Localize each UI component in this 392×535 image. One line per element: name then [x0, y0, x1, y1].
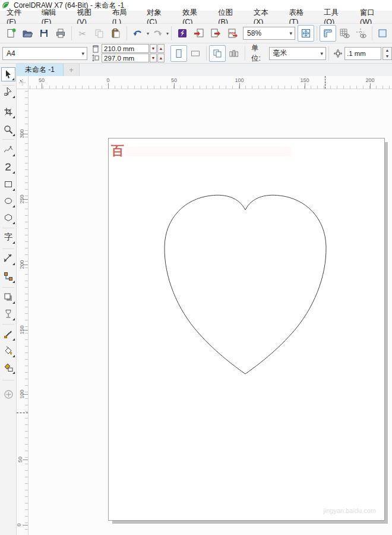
add-tools-button[interactable] — [1, 387, 15, 401]
document-page[interactable]: 百 jingyan.baidu.com — [108, 138, 385, 521]
ruler-label: 100 — [235, 77, 244, 83]
shape-icon — [4, 87, 13, 96]
text-tool[interactable]: 字 — [1, 230, 15, 244]
cut-button[interactable]: ✂ — [74, 25, 91, 42]
zoom-tool[interactable] — [1, 122, 15, 137]
new-document-button[interactable] — [2, 25, 19, 42]
artistic-media-tool[interactable] — [1, 160, 15, 174]
export-button[interactable] — [207, 25, 224, 42]
heart-shape[interactable] — [109, 139, 384, 520]
ruler-origin-icon — [19, 79, 26, 86]
landscape-orientation-button[interactable] — [187, 45, 204, 62]
ruler-label: 0 — [16, 523, 22, 526]
page-height-increase-button[interactable]: ▲ — [157, 54, 165, 62]
freehand-tool[interactable] — [1, 143, 15, 157]
ruler-label: 200 — [365, 77, 374, 83]
units-combobox[interactable]: 毫米 ▾ — [269, 47, 326, 60]
spin-down-icon[interactable]: ▼ — [383, 54, 391, 59]
menu-bar: 文件(F) 编辑(E) 视图(V) 布局(L) 对象(C) 效果(C) 位图(B… — [0, 11, 392, 24]
fit-page-button[interactable] — [298, 25, 314, 42]
vertical-ruler[interactable]: 300 250 200 150 100 50 0 — [17, 89, 29, 535]
page-width-increase-button[interactable]: ▲ — [157, 44, 165, 53]
show-grid-button[interactable] — [336, 25, 353, 42]
all-pages-button[interactable] — [209, 45, 226, 62]
zoom-levels-combobox[interactable]: 58% ▾ — [243, 27, 295, 40]
watermark-url: jingyan.baidu.com — [323, 507, 376, 514]
nudge-spinner[interactable]: ▲▼ — [382, 47, 392, 60]
redo-dropdown-caret[interactable]: ▾ — [166, 31, 169, 36]
current-page-button[interactable] — [226, 45, 242, 62]
transparency-tool[interactable] — [1, 307, 15, 321]
dimension-icon — [4, 254, 13, 263]
horizontal-ruler[interactable]: 50 0 50 100 150 200 — [29, 76, 392, 89]
rectangle-icon — [4, 180, 13, 189]
parallel-dimension-tool[interactable] — [1, 251, 15, 266]
all-pages-icon — [212, 48, 223, 59]
smart-fill-tool[interactable] — [1, 360, 15, 374]
transparency-icon — [4, 309, 13, 319]
spin-up-icon[interactable]: ▲ — [383, 48, 391, 54]
show-guidelines-button[interactable] — [353, 25, 369, 42]
toolbox: 字 — [0, 64, 17, 535]
portrait-orientation-button[interactable] — [170, 45, 187, 62]
chevron-down-icon: ▾ — [290, 30, 293, 36]
import-button[interactable] — [191, 25, 207, 42]
page-dimension-icons — [92, 45, 99, 62]
ruler-label: 50 — [39, 77, 45, 83]
ruler-origin[interactable] — [17, 76, 29, 89]
polygon-tool[interactable] — [1, 210, 15, 225]
plus-circle-icon — [4, 389, 14, 399]
publish-to-pdf-button[interactable]: PDF — [224, 25, 241, 42]
propbar-separator — [206, 46, 207, 61]
units-label: 单位: — [251, 43, 267, 64]
interactive-fill-tool[interactable] — [1, 344, 15, 358]
page-size-preset-value: A4 — [7, 49, 15, 58]
open-button[interactable] — [19, 25, 36, 42]
undo-button[interactable] — [129, 25, 146, 42]
freehand-icon — [4, 145, 13, 155]
page-height-decrease-button[interactable]: ▼ — [150, 54, 157, 62]
page-dimensions-group: 210.0 mm ▼ ▲ 297.0 mm ▼ ▲ — [102, 44, 165, 62]
connector-tool[interactable] — [1, 269, 15, 284]
page-height-field[interactable]: 297.0 mm — [102, 54, 149, 62]
drawing-canvas[interactable]: 百 jingyan.baidu.com — [29, 89, 392, 535]
search-content-button[interactable] — [174, 25, 191, 42]
pick-tool[interactable] — [1, 67, 15, 81]
ruler-label: 150 — [300, 77, 309, 83]
snap-to-button[interactable] — [375, 25, 391, 42]
nudge-distance-field[interactable]: .1 mm — [344, 47, 381, 60]
color-eyedropper-tool[interactable] — [1, 327, 15, 341]
crop-tool[interactable] — [1, 105, 15, 119]
page-width-field[interactable]: 210.0 mm — [102, 44, 149, 53]
cursor-position-indicator — [325, 76, 325, 89]
current-page-icon — [229, 48, 239, 59]
landscape-icon — [190, 48, 201, 59]
redo-button[interactable] — [149, 25, 166, 42]
drop-shadow-tool[interactable] — [1, 290, 15, 304]
nudge-offset-icon — [333, 49, 343, 58]
page-size-preset-combobox[interactable]: A4 ▾ — [2, 47, 87, 60]
crop-icon — [4, 107, 13, 117]
property-bar: A4 ▾ 210.0 mm ▼ ▲ 297.0 mm ▼ ▲ 单位: 毫米 ▾ — [0, 43, 392, 64]
portrait-icon — [173, 48, 184, 59]
rectangle-tool[interactable] — [1, 177, 15, 191]
paste-button[interactable] — [108, 25, 124, 42]
copy-button[interactable] — [91, 25, 108, 42]
shape-tool[interactable] — [1, 84, 15, 99]
toolbar-separator — [171, 26, 172, 40]
document-tab-bar: 未命名 -1 + — [17, 64, 392, 76]
paint-bucket-icon — [4, 346, 13, 355]
toolbar-separator — [317, 26, 317, 40]
save-button[interactable] — [36, 25, 52, 42]
page-width-decrease-button[interactable]: ▼ — [150, 44, 157, 53]
document-tab-active[interactable]: 未命名 -1 — [17, 64, 64, 76]
pdf-label: PDF — [229, 32, 236, 35]
new-document-tab-button[interactable]: + — [64, 64, 80, 76]
chevron-down-icon: ▾ — [82, 51, 85, 56]
print-button[interactable] — [52, 25, 69, 42]
show-rulers-button[interactable] — [320, 25, 336, 42]
polygon-icon — [4, 213, 13, 222]
ellipse-tool[interactable] — [1, 194, 15, 208]
connector-icon — [4, 272, 13, 281]
ruler-label: 0 — [106, 77, 109, 83]
